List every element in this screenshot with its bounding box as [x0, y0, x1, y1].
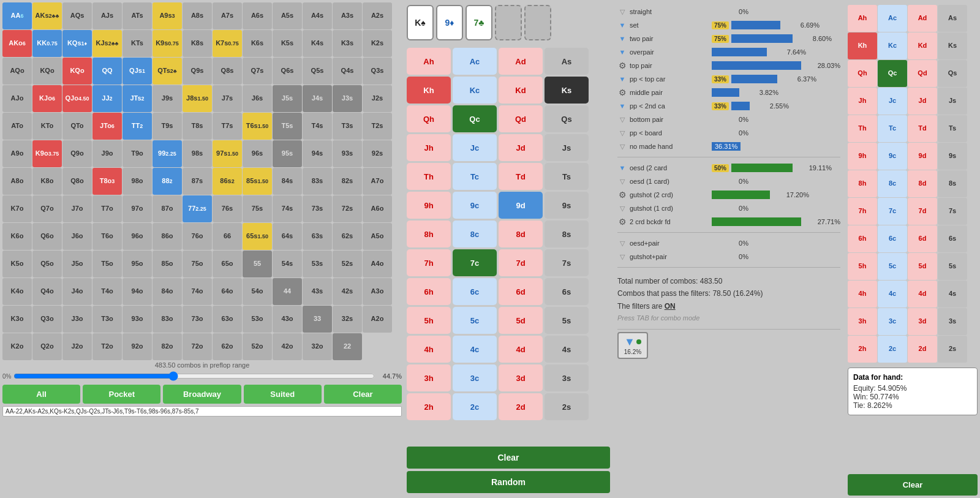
- board-card-4[interactable]: [495, 5, 522, 40]
- cell-K8s[interactable]: K8s: [183, 30, 212, 57]
- cell-T7o[interactable]: T7o: [92, 195, 122, 222]
- cell-AQs[interactable]: AQs: [62, 2, 92, 29]
- cell-98s[interactable]: 98s: [183, 140, 212, 167]
- card-9c[interactable]: 9c: [453, 192, 497, 219]
- cell-Q7o[interactable]: Q7o: [32, 195, 62, 222]
- cell-43o[interactable]: 43o: [273, 306, 302, 333]
- card-3c[interactable]: 3c: [453, 364, 497, 391]
- cell-AJs[interactable]: AJs: [92, 2, 122, 29]
- cell-Q3s[interactable]: Q3s: [363, 58, 392, 85]
- cell-77[interactable]: 772.25: [183, 195, 212, 222]
- card-5d[interactable]: 5d: [499, 307, 543, 334]
- cell-A3o[interactable]: A3o: [363, 278, 392, 305]
- right-clear-button[interactable]: Clear: [848, 474, 978, 496]
- r-7d[interactable]: 7d: [908, 198, 937, 225]
- r-6h[interactable]: 6h: [848, 225, 877, 252]
- r-Ac[interactable]: Ac: [878, 5, 907, 32]
- card-2h[interactable]: 2h: [407, 393, 451, 420]
- cell-AKs[interactable]: AKs2♣♣: [32, 2, 62, 29]
- cell-99[interactable]: 992.25: [153, 140, 182, 167]
- cell-K5o[interactable]: K5o: [2, 251, 32, 277]
- r-7s[interactable]: 7s: [938, 198, 967, 225]
- board-random-button[interactable]: Random: [407, 471, 610, 493]
- cell-84s[interactable]: 84s: [273, 168, 302, 195]
- cell-K7s[interactable]: K7s0.75: [213, 30, 242, 57]
- r-4s[interactable]: 4s: [938, 281, 967, 307]
- card-Ks[interactable]: Ks: [545, 77, 589, 104]
- r-Ad[interactable]: Ad: [908, 5, 937, 32]
- card-As[interactable]: As: [545, 48, 589, 75]
- cell-82s[interactable]: 82s: [333, 168, 362, 195]
- cell-Q8s[interactable]: Q8s: [213, 58, 242, 85]
- cell-87s[interactable]: 87s: [183, 168, 212, 195]
- r-Tc[interactable]: Tc: [878, 115, 907, 142]
- cell-T2o[interactable]: T2o: [92, 333, 122, 360]
- r-2d[interactable]: 2d: [908, 336, 937, 363]
- r-7h[interactable]: 7h: [848, 198, 877, 225]
- cell-73o[interactable]: 73o: [183, 306, 212, 333]
- cell-62s[interactable]: 62s: [333, 223, 362, 250]
- cell-72o[interactable]: 72o: [183, 333, 212, 360]
- cell-K4o[interactable]: K4o: [2, 278, 32, 305]
- cell-95s[interactable]: 95s: [273, 140, 302, 167]
- cell-T8o[interactable]: 98o: [123, 168, 152, 195]
- card-8h[interactable]: 8h: [407, 221, 451, 247]
- cell-85o[interactable]: 85o: [153, 251, 182, 277]
- card-Qd[interactable]: Qd: [499, 105, 543, 132]
- cell-33[interactable]: 33: [303, 306, 332, 333]
- card-6h[interactable]: 6h: [407, 278, 451, 305]
- cell-Q9s[interactable]: Q9s: [183, 58, 212, 85]
- cell-QTo[interactable]: QTo: [62, 113, 92, 140]
- cell-A5s[interactable]: A5s: [273, 2, 302, 29]
- card-8d[interactable]: 8d: [499, 221, 543, 247]
- cell-QJsX[interactable]: QQ: [92, 58, 122, 85]
- board-clear-button[interactable]: Clear: [407, 447, 610, 469]
- cell-T6o[interactable]: T6o: [92, 223, 122, 250]
- cell-83o[interactable]: 83o: [153, 306, 182, 333]
- cell-QJo[interactable]: QJo4.50: [62, 85, 92, 112]
- card-9h[interactable]: 9h: [407, 192, 451, 219]
- r-Qs[interactable]: Qs: [938, 60, 967, 87]
- cell-T3o[interactable]: T3o: [92, 306, 122, 333]
- cell-93s[interactable]: 93s: [333, 140, 362, 167]
- cell-72s[interactable]: 72s: [333, 195, 362, 222]
- cell-K5s[interactable]: K5s: [273, 30, 302, 57]
- cell-73s[interactable]: 73s: [303, 195, 332, 222]
- cell-87o[interactable]: 87o: [153, 195, 182, 222]
- card-Th[interactable]: Th: [407, 163, 451, 190]
- range-slider[interactable]: [13, 371, 375, 381]
- cell-K9o[interactable]: K9o3.75: [32, 140, 62, 167]
- cell-82o[interactable]: 82o: [153, 333, 182, 360]
- cell-A4o[interactable]: A4o: [363, 251, 392, 277]
- cell-J4s[interactable]: J4s: [303, 85, 332, 112]
- cell-QQ[interactable]: KQo: [62, 58, 92, 85]
- cell-53s[interactable]: 53s: [303, 251, 332, 277]
- cell-T4s[interactable]: T4s: [303, 113, 332, 140]
- cell-65s[interactable]: 65s1.50: [243, 223, 272, 250]
- cell-J4o[interactable]: J4o: [62, 278, 92, 305]
- cell-94s[interactable]: 94s: [303, 140, 332, 167]
- cell-Q9o[interactable]: Q9o: [62, 140, 92, 167]
- card-7d[interactable]: 7d: [499, 249, 543, 276]
- r-Qh[interactable]: Qh: [848, 60, 877, 87]
- cell-K7o[interactable]: K7o: [2, 195, 32, 222]
- card-Ah[interactable]: Ah: [407, 48, 451, 75]
- card-3h[interactable]: 3h: [407, 364, 451, 391]
- cell-T9s[interactable]: T9s: [153, 113, 182, 140]
- cell-95o[interactable]: 95o: [123, 251, 152, 277]
- cell-J7s[interactable]: J7s: [213, 85, 242, 112]
- cell-86o[interactable]: 86o: [153, 223, 182, 250]
- cell-94o[interactable]: 94o: [123, 278, 152, 305]
- cell-J2s[interactable]: J2s: [363, 85, 392, 112]
- r-6c[interactable]: 6c: [878, 225, 907, 252]
- card-7h[interactable]: 7h: [407, 249, 451, 276]
- r-3s[interactable]: 3s: [938, 308, 967, 335]
- cell-74s[interactable]: 74s: [273, 195, 302, 222]
- pocket-button[interactable]: Pocket: [83, 385, 160, 404]
- cell-T3s[interactable]: T3s: [333, 113, 362, 140]
- card-Kh[interactable]: Kh: [407, 77, 451, 104]
- cell-AJo[interactable]: AJo: [2, 85, 32, 112]
- cell-K3s[interactable]: K3s: [333, 30, 362, 57]
- r-6s[interactable]: 6s: [938, 225, 967, 252]
- r-2c[interactable]: 2c: [878, 336, 907, 363]
